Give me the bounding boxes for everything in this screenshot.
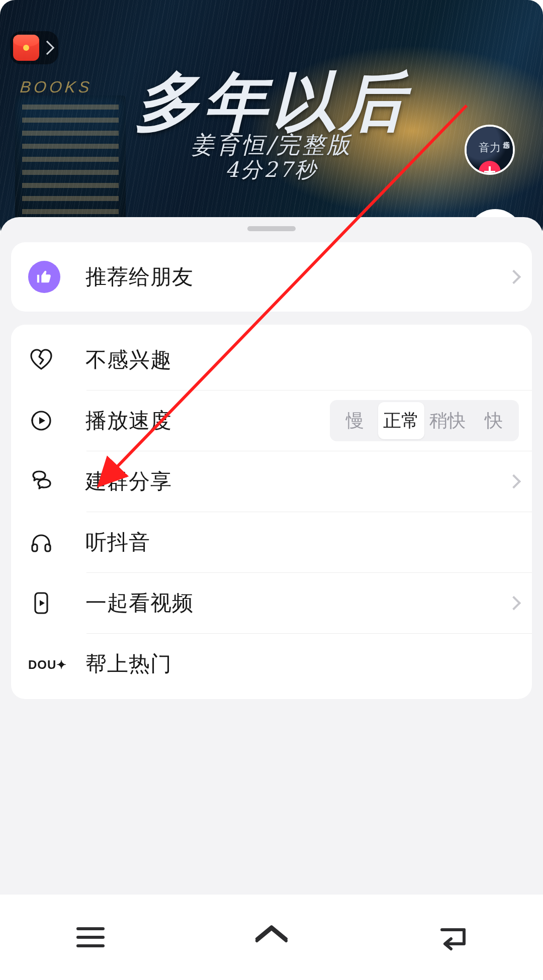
boost-hot-label: 帮上热门 (85, 650, 172, 678)
system-nav-bar (0, 895, 543, 980)
speed-little-fast-button[interactable]: 稍快 (424, 402, 471, 439)
home-outline-icon (250, 916, 293, 959)
phone-play-icon (28, 590, 54, 616)
watch-together-row[interactable]: 一起看视频 (11, 573, 532, 633)
watch-together-label: 一起看视频 (85, 589, 194, 617)
playback-speed-label: 播放速度 (85, 407, 172, 435)
video-duration: 4分27秒 (225, 156, 318, 184)
group-share-label: 建群分享 (85, 467, 172, 496)
recommend-row[interactable]: 推荐给朋友 (11, 247, 532, 307)
nav-recent-button[interactable] (40, 895, 141, 980)
hamburger-icon (69, 916, 112, 959)
back-icon (431, 916, 474, 959)
speed-fast-button[interactable]: 快 (471, 402, 517, 439)
red-envelope-button[interactable] (10, 31, 58, 64)
video-background[interactable]: BOOKS 多年以后 姜育恒/完整版 4分27秒 音力 伤感音乐 (0, 0, 543, 241)
avatar-main-text: 音力 (479, 140, 501, 155)
speed-segmented-control: 慢 正常 稍快 快 (330, 400, 519, 441)
svg-marker-1 (39, 417, 45, 424)
nav-back-button[interactable] (402, 895, 503, 980)
author-avatar[interactable]: 音力 伤感音乐 (465, 125, 515, 175)
svg-marker-5 (40, 600, 45, 606)
nav-home-button[interactable] (221, 895, 322, 980)
chevron-right-icon (40, 41, 54, 55)
chevron-right-icon (507, 596, 521, 610)
not-interested-label: 不感兴趣 (85, 346, 172, 374)
speed-icon (28, 408, 54, 434)
playback-speed-row: 播放速度 慢 正常 稍快 快 (11, 390, 532, 451)
svg-rect-3 (45, 544, 50, 551)
boost-hot-row[interactable]: DOU✦ 帮上热门 (11, 634, 532, 694)
listen-douyin-row[interactable]: 听抖音 (11, 512, 532, 572)
heart-broken-icon (28, 347, 54, 373)
dou-plus-icon: DOU✦ (28, 658, 67, 672)
chat-group-icon (28, 468, 54, 495)
chevron-right-icon (507, 474, 521, 488)
svg-rect-2 (32, 544, 37, 551)
chevron-right-icon (507, 270, 521, 284)
options-card: 不感兴趣 播放速度 慢 正常 稍快 快 (11, 325, 532, 699)
speed-slow-button[interactable]: 慢 (332, 402, 378, 439)
sheet-grab-handle[interactable] (247, 226, 296, 231)
listen-douyin-label: 听抖音 (85, 528, 150, 556)
red-envelope-icon (13, 35, 39, 61)
recommend-card: 推荐给朋友 (11, 242, 532, 312)
app-root: BOOKS 多年以后 姜育恒/完整版 4分27秒 音力 伤感音乐 (0, 0, 543, 980)
not-interested-row[interactable]: 不感兴趣 (11, 330, 532, 390)
thumbs-up-icon (28, 261, 60, 293)
recommend-label: 推荐给朋友 (85, 263, 194, 291)
group-share-row[interactable]: 建群分享 (11, 451, 532, 512)
headphones-icon (28, 529, 54, 555)
speed-normal-button[interactable]: 正常 (378, 402, 424, 439)
options-sheet: 推荐给朋友 不感兴趣 播放速度 (0, 217, 543, 895)
